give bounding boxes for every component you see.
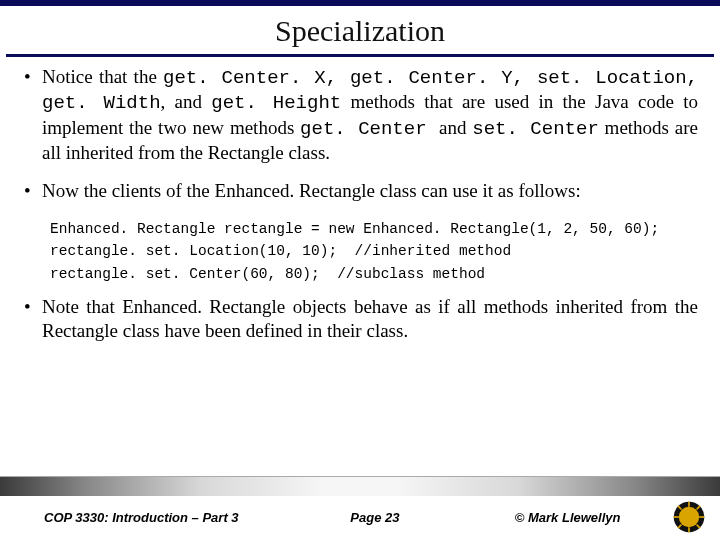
code-line: Enhanced. Rectangle rectangle = new Enha…: [50, 218, 698, 240]
bullet-1: Notice that the get. Center. X, get. Cen…: [22, 65, 698, 165]
footer-page: Page 23: [239, 510, 472, 525]
bullet-list-2: Note that Enhanced. Rectangle objects be…: [22, 295, 698, 344]
code-inline: get. Width: [42, 92, 161, 114]
code-inline: set. Center: [472, 118, 599, 140]
code-block: Enhanced. Rectangle rectangle = new Enha…: [50, 218, 698, 285]
footer-wrap: COP 3330: Introduction – Part 3 Page 23 …: [0, 476, 720, 540]
code-inline: get. Height: [211, 92, 341, 114]
title-underline: [6, 54, 714, 57]
text: and: [439, 117, 472, 138]
code-inline: get. Center. Y,: [350, 67, 537, 89]
text: , and: [161, 91, 212, 112]
bullet-list: Notice that the get. Center. X, get. Cen…: [22, 65, 698, 204]
slide: Specialization Notice that the get. Cent…: [0, 0, 720, 540]
footer: COP 3330: Introduction – Part 3 Page 23 …: [0, 496, 720, 540]
code-line: rectangle. set. Center(60, 80); //subcla…: [50, 263, 698, 285]
text: Notice that the: [42, 66, 163, 87]
slide-content: Notice that the get. Center. X, get. Cen…: [0, 65, 720, 476]
code-inline: get. Center: [300, 118, 439, 140]
gradient-bar: [0, 476, 720, 496]
ucf-logo-icon: [672, 500, 706, 534]
code-inline: get. Center. X,: [163, 67, 350, 89]
bullet-2: Now the clients of the Enhanced. Rectang…: [22, 179, 698, 203]
code-line: rectangle. set. Location(10, 10); //inhe…: [50, 240, 698, 262]
svg-point-1: [679, 507, 699, 527]
footer-course: COP 3330: Introduction – Part 3: [44, 510, 239, 525]
footer-author: © Mark Llewellyn: [471, 510, 664, 525]
code-inline: set. Location,: [537, 67, 698, 89]
slide-title: Specialization: [0, 6, 720, 54]
bullet-3: Note that Enhanced. Rectangle objects be…: [22, 295, 698, 344]
